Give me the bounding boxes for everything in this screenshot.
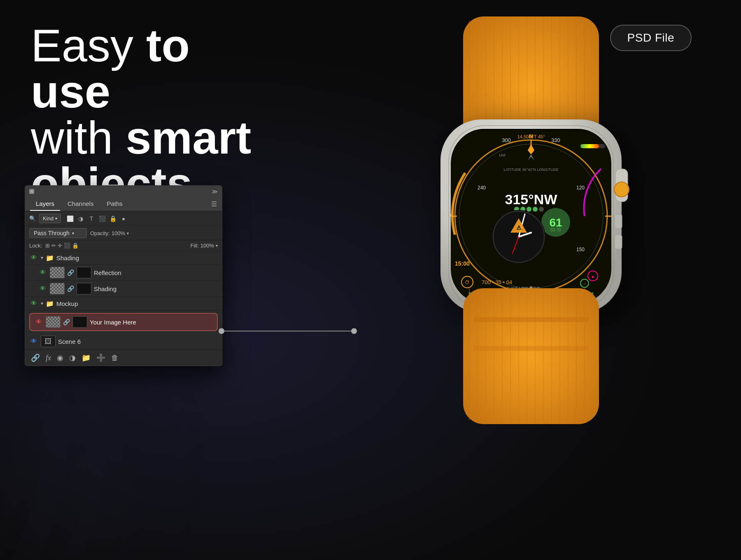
headline: Easy to use with smart objects xyxy=(31,23,278,207)
svg-text:⏱: ⏱ xyxy=(465,280,470,285)
svg-text:315°NW: 315°NW xyxy=(505,191,558,207)
toolbar-circle-icon[interactable]: ◉ xyxy=(57,353,63,362)
eye-shading-item[interactable]: 👁 xyxy=(38,284,47,293)
layer-your-image-name: Your Image Here xyxy=(90,319,213,326)
toolbar-half-circle-icon[interactable]: ◑ xyxy=(69,353,76,362)
fill-label: Fill: xyxy=(191,243,199,249)
lock-icon-checker[interactable]: ⊞ xyxy=(45,243,50,249)
svg-text:300: 300 xyxy=(502,137,511,143)
chevron-shading: ▾ xyxy=(41,255,43,261)
svg-text:15:00: 15:00 xyxy=(455,260,470,267)
svg-text:330: 330 xyxy=(551,137,560,143)
chain-reflection: 🔗 xyxy=(67,269,74,276)
reflection-mask-thumb xyxy=(77,267,91,278)
eye-scene-6[interactable]: 👁 xyxy=(29,337,38,346)
layer-shading-item[interactable]: 👁 🔗 Shading xyxy=(25,281,222,297)
blend-mode-chevron: ▾ xyxy=(72,231,74,236)
lock-icon-lock[interactable]: 🔒 xyxy=(72,243,79,249)
filter-icon-image: ⬜ xyxy=(66,215,74,223)
svg-rect-76 xyxy=(615,214,622,229)
opacity-chevron: ▾ xyxy=(127,231,129,236)
ps-close-button[interactable]: ✕ xyxy=(29,189,34,194)
shading-mask-thumb xyxy=(77,283,91,294)
fill-value[interactable]: 100% xyxy=(200,243,214,249)
layer-reflection[interactable]: 👁 🔗 Reflection xyxy=(25,265,222,281)
lock-icon-artboard[interactable]: ⬛ xyxy=(64,243,70,249)
ps-lock-icons: ⊞ ✏ ✛ ⬛ 🔒 xyxy=(45,243,79,249)
layer-your-image-container: 👁 🔗 Your Image Here xyxy=(25,310,222,334)
svg-point-46 xyxy=(539,207,544,212)
ps-lock-row: Lock: ⊞ ✏ ✛ ⬛ 🔒 Fill: 100% ▾ xyxy=(25,240,222,251)
lock-icon-move[interactable]: ✛ xyxy=(58,243,62,249)
svg-text:14,500FT  45°: 14,500FT 45° xyxy=(517,134,545,139)
opacity-label: Opacity: xyxy=(90,230,110,236)
opacity-value[interactable]: 100% xyxy=(112,230,125,236)
layer-shading-name: Shading xyxy=(56,254,218,261)
watch-container: N S E W 300 330 210 240 120 150 315°NW xyxy=(346,8,741,544)
layer-shading-group[interactable]: 👁 ▾ 📁 Shading xyxy=(25,251,222,265)
filter-search-icon: 🔍 xyxy=(29,215,36,222)
svg-point-44 xyxy=(527,207,531,212)
svg-text:53 70: 53 70 xyxy=(550,228,561,232)
chain-your-image: 🔗 xyxy=(63,319,70,325)
blend-mode-label: Pass Through xyxy=(34,230,70,236)
ps-tab-menu[interactable]: ☰ xyxy=(211,200,217,208)
tab-channels[interactable]: Channels xyxy=(62,197,99,211)
tab-paths[interactable]: Paths xyxy=(101,197,128,211)
lock-icon-brush[interactable]: ✏ xyxy=(51,243,56,249)
toolbar-link-icon[interactable]: 🔗 xyxy=(31,353,40,362)
layer-scene-6-name: Scene 6 xyxy=(58,338,218,345)
toolbar-folder-icon[interactable]: 📁 xyxy=(82,353,91,362)
toolbar-add-icon[interactable]: ➕ xyxy=(96,353,105,362)
filter-kind-label: Kind xyxy=(43,215,54,222)
svg-point-75 xyxy=(614,182,629,197)
folder-shading: 📁 xyxy=(46,254,54,262)
svg-text:○: ○ xyxy=(583,281,586,286)
headline-to: to xyxy=(146,20,190,71)
headline-use: use xyxy=(31,66,110,117)
layer-mockup-name: Mockup xyxy=(56,300,218,307)
svg-rect-77 xyxy=(615,235,622,249)
chevron-mockup: ▾ xyxy=(41,301,43,306)
ps-collapse-button[interactable]: ≫ xyxy=(212,188,218,195)
svg-rect-94 xyxy=(473,317,589,322)
scene-6-thumb: 🖼 xyxy=(41,336,56,347)
headline-text: Easy to use with smart objects xyxy=(31,23,278,207)
blend-mode-select[interactable]: Pass Through ▾ xyxy=(29,228,87,238)
ps-filter-icons: ⬜ ◑ T ⬛ 🔒 ● xyxy=(66,215,128,223)
svg-text:120: 120 xyxy=(576,185,585,191)
reflection-thumb xyxy=(50,267,65,278)
layer-scene-6[interactable]: 👁 🖼 Scene 6 xyxy=(25,334,222,350)
ps-titlebar: ✕ ≫ xyxy=(25,186,222,197)
filter-icon-type: T xyxy=(87,215,96,223)
lock-label: Lock: xyxy=(29,243,42,249)
svg-text:UVI: UVI xyxy=(499,153,505,157)
filter-kind-chevron: ▾ xyxy=(55,216,57,221)
opacity-row: Opacity: 100% ▾ xyxy=(90,230,129,236)
headline-easy: Easy xyxy=(31,20,146,71)
toolbar-trash-icon[interactable]: 🗑 xyxy=(111,354,119,362)
ps-filter-row: 🔍 Kind ▾ ⬜ ◑ T ⬛ 🔒 ● xyxy=(25,211,222,226)
svg-rect-78 xyxy=(463,288,599,424)
eye-shading-group[interactable]: 👁 xyxy=(29,253,38,262)
eye-your-image[interactable]: 👁 xyxy=(34,317,43,327)
svg-rect-95 xyxy=(473,346,589,351)
layer-mockup-group[interactable]: 👁 ▾ 📁 Mockup xyxy=(25,297,222,310)
filter-icon-adjust: ◑ xyxy=(77,215,85,223)
filter-kind-select[interactable]: Kind ▾ xyxy=(39,214,61,223)
layer-your-image[interactable]: 👁 🔗 Your Image Here xyxy=(29,313,218,331)
chain-shading: 🔗 xyxy=(67,285,74,292)
eye-reflection[interactable]: 👁 xyxy=(38,268,47,277)
eye-mockup-group[interactable]: 👁 xyxy=(29,299,38,308)
scene-icon: 🖼 xyxy=(44,337,52,346)
svg-text:700 • 35 • 04: 700 • 35 • 04 xyxy=(482,279,512,285)
toolbar-fx-icon[interactable]: fx xyxy=(46,354,51,362)
ps-toolbar: 🔗 fx ◉ ◑ 📁 ➕ 🗑 xyxy=(25,350,222,366)
tab-layers[interactable]: Layers xyxy=(30,197,60,211)
ps-blend-row: Pass Through ▾ Opacity: 100% ▾ xyxy=(25,226,222,240)
svg-text:61: 61 xyxy=(549,216,562,229)
headline-smart: smart xyxy=(126,112,251,163)
headline-with: with xyxy=(31,112,126,163)
photoshop-panel: ✕ ≫ Layers Channels Paths ☰ 🔍 Kind ▾ ⬜ ◑… xyxy=(25,185,222,366)
filter-icon-shape: ⬛ xyxy=(98,215,106,223)
